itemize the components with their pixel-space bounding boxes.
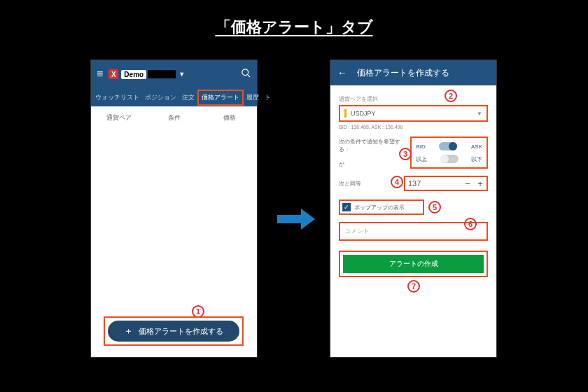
account-redacted (148, 70, 176, 78)
annotation-3: 3 (399, 148, 412, 160)
bid-ask-text: BID : 136.488, ASK : 136.498 (339, 125, 488, 130)
phone-right: ← 価格アラートを作成する 通貨ペアを選択 2 USDJPY ▼ BID : 1… (330, 60, 496, 357)
form-header: ← 価格アラートを作成する (330, 60, 496, 85)
annotation-6: 6 (464, 218, 477, 230)
value-stepper: 137 − + (404, 176, 488, 191)
bid-ask-toggle[interactable] (439, 142, 457, 150)
phone-left: ≡ X Demo ▼ ウォッチリスト ポジション 注文 価格アラート 履歴 ト … (91, 60, 257, 357)
plus-button[interactable]: + (474, 178, 486, 189)
menu-icon[interactable]: ≡ (97, 68, 103, 80)
annotation-7: 7 (407, 280, 420, 293)
popup-label: ポップアップの表示 (354, 204, 405, 211)
tab-position[interactable]: ポジション (142, 93, 179, 102)
plus-icon: ＋ (124, 325, 133, 337)
ask-label: ASK (471, 144, 482, 150)
col-condition: 条件 (146, 113, 202, 122)
arrow-right-icon (277, 209, 315, 230)
tab-bar: ウォッチリスト ポジション 注文 価格アラート 履歴 ト (91, 88, 257, 106)
create-alert-highlight: ＋ 価格アラートを作成する (104, 316, 244, 346)
tab-history[interactable]: 履歴 (244, 93, 262, 102)
pair-flag-icon (344, 109, 346, 118)
above-below-toggle[interactable] (440, 155, 458, 163)
annotation-5: 5 (428, 201, 441, 214)
bid-label: BID (416, 144, 425, 150)
pair-label: 通貨ペアを選択 (339, 95, 488, 103)
chevron-down-icon: ▼ (477, 111, 482, 117)
svg-line-1 (247, 74, 250, 77)
annotation-2: 2 (444, 90, 457, 102)
pair-value: USDJPY (351, 110, 376, 117)
value-input[interactable]: 137 (405, 177, 461, 190)
submit-highlight: アラートの作成 (339, 251, 488, 277)
create-alert-label: 価格アラートを作成する (139, 326, 223, 337)
popup-checkbox-row[interactable]: ✓ ポップアップの表示 (339, 200, 424, 215)
annotation-4: 4 (391, 176, 403, 188)
search-icon[interactable] (241, 68, 251, 80)
tab-price-alert[interactable]: 価格アラート (197, 90, 244, 106)
pair-select[interactable]: USDJPY ▼ (339, 105, 488, 122)
list-header: 通貨ペア 条件 価格 (91, 106, 257, 130)
col-pair: 通貨ペア (91, 113, 146, 122)
col-price: 価格 (202, 113, 257, 122)
form-title: 価格アラートを作成する (357, 67, 449, 79)
back-icon[interactable]: ← (337, 67, 347, 78)
ga-label: が (339, 160, 410, 168)
app-header: ≡ X Demo ▼ (91, 60, 257, 88)
account-dropdown-icon[interactable]: ▼ (178, 71, 185, 78)
toggle-group: BID ASK 以上 以下 (410, 136, 488, 169)
tab-order[interactable]: 注文 (179, 93, 197, 102)
demo-badge: Demo (121, 70, 146, 79)
form-body: 通貨ペアを選択 2 USDJPY ▼ BID : 136.488, ASK : … (330, 85, 496, 297)
tab-overflow[interactable]: ト (262, 93, 274, 102)
checkbox-checked-icon: ✓ (342, 203, 351, 211)
tab-watchlist[interactable]: ウォッチリスト (92, 93, 142, 102)
page-title: 「価格アラート」タブ (0, 0, 588, 38)
brand-logo: X (108, 69, 118, 79)
svg-point-0 (242, 69, 248, 76)
submit-button[interactable]: アラートの作成 (343, 255, 484, 273)
minus-button[interactable]: − (461, 178, 474, 189)
ijou-label: 以上 (416, 155, 427, 163)
ika-label: 以下 (471, 155, 482, 163)
create-alert-button[interactable]: ＋ 価格アラートを作成する (108, 321, 239, 342)
